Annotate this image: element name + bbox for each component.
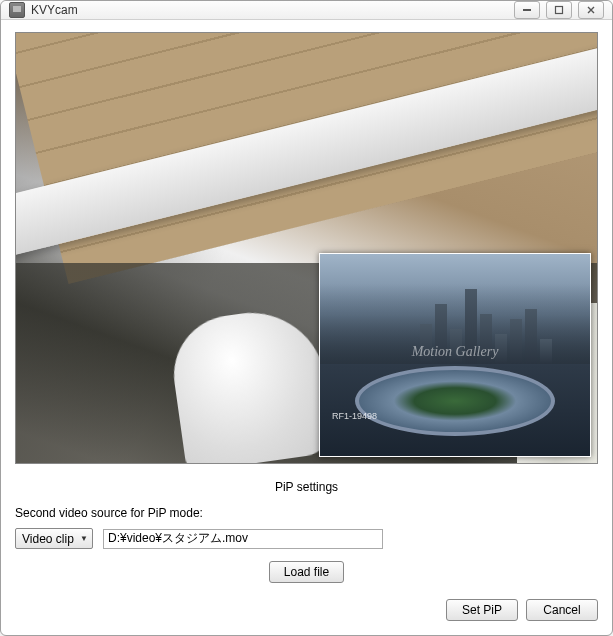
source-row: Video clip ▼ D:¥video¥スタジアム.mov [15,528,598,549]
source-label: Second video source for PiP mode: [15,506,598,520]
source-dropdown[interactable]: Video clip ▼ [15,528,93,549]
window-controls [514,1,604,19]
app-icon [9,2,25,18]
titlebar: KVYcam [1,1,612,20]
svg-rect-0 [523,9,531,11]
pip-stadium [355,366,555,436]
close-button[interactable] [578,1,604,19]
load-row: Load file [15,561,598,583]
pip-overlay[interactable]: Motion Gallery RF1-19498 [319,253,591,457]
client-area: Motion Gallery RF1-19498 PiP settings Se… [1,20,612,635]
pip-settings-section: PiP settings Second video source for PiP… [15,474,598,621]
maximize-icon [554,5,564,15]
pip-settings-title: PiP settings [15,474,598,506]
app-window: KVYcam [0,0,613,636]
set-pip-button[interactable]: Set PiP [446,599,518,621]
maximize-button[interactable] [546,1,572,19]
file-path-field[interactable]: D:¥video¥スタジアム.mov [103,529,383,549]
video-preview: Motion Gallery RF1-19498 [15,32,598,464]
close-icon [586,5,596,15]
minimize-button[interactable] [514,1,540,19]
source-dropdown-value: Video clip [22,532,74,546]
svg-rect-1 [556,7,563,14]
pip-clip-id: RF1-19498 [332,411,377,421]
pip-watermark: Motion Gallery [412,344,499,360]
minimize-icon [522,5,532,15]
action-row: Set PiP Cancel [15,599,598,621]
chevron-down-icon: ▼ [74,534,88,543]
cancel-button[interactable]: Cancel [526,599,598,621]
window-title: KVYcam [31,3,78,17]
file-path-value: D:¥video¥スタジアム.mov [108,530,248,547]
load-file-button[interactable]: Load file [269,561,344,583]
